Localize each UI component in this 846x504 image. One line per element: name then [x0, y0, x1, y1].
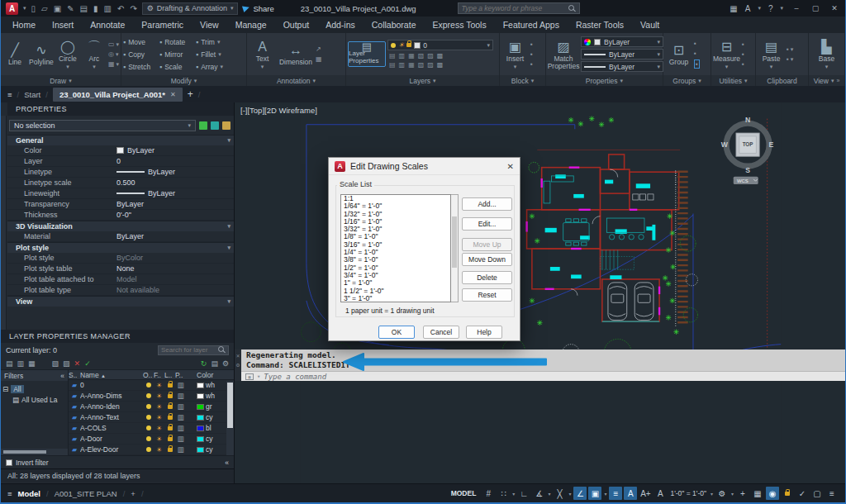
layer-states-icon[interactable]: ▦	[28, 359, 36, 368]
layer-plot-icon[interactable]: ▥	[175, 381, 186, 389]
layer-row[interactable]: A-COLS ☀ ▥ bl	[69, 423, 234, 434]
property-row[interactable]: LinetypeByLayer	[7, 167, 234, 178]
search-icon[interactable]	[568, 5, 576, 12]
edit-button[interactable]: Edit...	[462, 217, 512, 231]
units-icon[interactable]: ▦	[751, 487, 764, 500]
ribbon-tab[interactable]: Express Tools	[424, 17, 494, 33]
layer-list-vscrollbar[interactable]	[226, 381, 234, 455]
layer-tool-icon[interactable]: ▩	[437, 52, 444, 59]
layer-list-header[interactable]: S.. Name ▲ O..F..L..P.. Color	[69, 370, 234, 380]
share-button[interactable]: Share	[243, 4, 273, 13]
app-menu-caret-icon[interactable]: ▾	[23, 5, 26, 12]
modify-tool[interactable]: ▪Array▾	[196, 63, 232, 71]
dialog-title-bar[interactable]: A Edit Drawing Scales ✕	[329, 158, 520, 175]
modify-tool[interactable]: ▪Copy	[123, 50, 159, 59]
property-row[interactable]: Plot styleByColor	[7, 253, 234, 264]
layer-tool-icon[interactable]: ▤	[389, 61, 396, 69]
annotation-visibility-icon[interactable]: A	[624, 487, 637, 500]
layer-plot-icon[interactable]: ▥	[175, 402, 186, 411]
new-layer-icon[interactable]: ▧	[52, 359, 59, 368]
panel-label-block[interactable]: Block▾	[500, 75, 545, 86]
modify-tool[interactable]: ▪Trim▾	[196, 38, 232, 46]
section-3d-visualization[interactable]: 3D Visualization▾	[7, 221, 234, 231]
object-color-dropdown[interactable]: ByLayer▾	[581, 36, 663, 47]
property-row[interactable]: Thickness0'-0"	[7, 210, 234, 221]
new-layer-vp-icon[interactable]: ▨	[63, 359, 70, 368]
polar-tracking-icon[interactable]: ∡	[532, 487, 545, 500]
group-tool[interactable]: ⊡Group	[665, 42, 692, 66]
select-objects-icon[interactable]	[211, 121, 219, 130]
ribbon-tab[interactable]: Raster Tools	[568, 17, 632, 33]
property-row[interactable]: MaterialByLayer	[7, 231, 234, 242]
floor-plan-drawing[interactable]: TOP N W E S WCS	[235, 102, 845, 483]
line-tool[interactable]: ╱Line	[2, 42, 27, 66]
property-row[interactable]: Plot table typeNot available	[7, 285, 234, 296]
modify-tool[interactable]: ▪Stretch	[123, 63, 159, 71]
ribbon-tab[interactable]: Vault	[632, 17, 668, 33]
section-plot-style[interactable]: Plot style▾	[7, 242, 234, 253]
layer-tool-icon[interactable]: ▨	[427, 52, 434, 59]
match-properties-tool[interactable]: ▨Match Properties	[548, 39, 579, 70]
property-row[interactable]: ColorByLayer	[7, 145, 234, 156]
section-view[interactable]: View▾	[7, 296, 234, 307]
layer-lock-icon[interactable]	[168, 448, 173, 452]
new-file-icon[interactable]: ▯	[31, 4, 36, 13]
circle-tool[interactable]: ◯Circle▾	[55, 39, 80, 70]
polyline-tool[interactable]: ∿Polyline	[29, 42, 54, 66]
move-down-button[interactable]: Move Down	[462, 253, 512, 266]
new-layout-button[interactable]: +	[131, 489, 135, 498]
layer-tool-icon[interactable]: ▦	[408, 61, 415, 69]
object-snap-tracking-icon[interactable]: ∠	[573, 487, 587, 500]
panel-label-clipboard[interactable]: Clipboard	[756, 75, 808, 86]
property-row[interactable]: Layer0	[7, 156, 234, 167]
dimension-tool[interactable]: ↔Dimension	[278, 42, 314, 66]
ribbon-tab[interactable]: Output	[275, 17, 318, 33]
rectangle-tool[interactable]: ▭▾	[108, 40, 119, 48]
filter-node-all[interactable]: ⊟All	[2, 383, 66, 394]
layer-lock-icon[interactable]	[168, 437, 173, 441]
ribbon-tab[interactable]: Home	[4, 17, 44, 33]
annotation-monitor-icon[interactable]: +	[736, 487, 749, 500]
base-view-tool[interactable]: ▙Base▾	[813, 39, 840, 70]
layer-freeze-icon[interactable]: ☀	[154, 425, 164, 432]
model-space-button[interactable]: MODEL	[447, 487, 481, 499]
help-icon[interactable]: ?	[768, 4, 773, 13]
panel-label-groups[interactable]: Groups▾	[663, 75, 711, 86]
layer-plot-icon[interactable]: ▥	[175, 424, 186, 432]
panel-label-draw[interactable]: Draw▾	[1, 75, 121, 86]
scale-list-scrollbar[interactable]	[451, 194, 459, 302]
modify-tool[interactable]: ▪Fillet▾	[196, 50, 232, 59]
save-as-icon[interactable]: ✎	[67, 4, 74, 13]
layer-settings-icon[interactable]: ▤	[211, 359, 218, 368]
autodesk-account-icon[interactable]: A	[745, 4, 751, 13]
lineweight-display-icon[interactable]: ≡	[609, 487, 622, 500]
layer-row[interactable]: A-Anno-Dims ☀ ▥ wh	[69, 391, 234, 402]
add-button[interactable]: Add...	[462, 197, 512, 211]
modify-tool[interactable]: ▪Rotate	[159, 38, 196, 46]
layer-on-icon[interactable]	[146, 415, 151, 420]
group-selection-icon[interactable]: ▪	[694, 59, 700, 69]
leader-tool[interactable]: ↗	[316, 45, 322, 53]
graphics-performance-icon[interactable]: ◉	[766, 487, 779, 500]
move-up-button[interactable]: Move Up	[462, 238, 512, 251]
ortho-mode-icon[interactable]: ∟	[517, 487, 530, 500]
ribbon-tab[interactable]: Parametric	[133, 17, 192, 33]
ungroup-icon[interactable]: ▪	[694, 40, 700, 47]
ribbon-tab[interactable]: View	[192, 17, 227, 33]
file-tabs-menu-icon[interactable]: ≡	[7, 90, 12, 99]
annotation-autoscale-icon[interactable]: A+	[639, 487, 652, 500]
layer-lock-icon[interactable]	[168, 394, 173, 398]
property-row[interactable]: Linetype scale0.500	[7, 178, 234, 188]
layer-plot-icon[interactable]: ▥	[175, 445, 186, 454]
new-property-filter-icon[interactable]: ▤	[6, 359, 13, 368]
workspace-switching-icon[interactable]: ⚙	[715, 487, 729, 500]
panel-label-view[interactable]: View▾»	[809, 75, 844, 86]
snap-mode-icon[interactable]: ∷	[497, 487, 510, 500]
layer-row[interactable]: A-Elev-Door ☀ ▥ cy	[69, 445, 234, 455]
layout-tabs-menu-icon[interactable]: ≡	[7, 489, 12, 498]
ribbon-tab[interactable]: Add-ins	[317, 17, 364, 33]
layer-search-input[interactable]	[161, 346, 215, 354]
layer-on-icon[interactable]	[146, 404, 151, 409]
layer-row[interactable]: A-Door ☀ ▥ cy	[69, 434, 234, 445]
palette-grab-bar[interactable]	[1, 116, 7, 330]
